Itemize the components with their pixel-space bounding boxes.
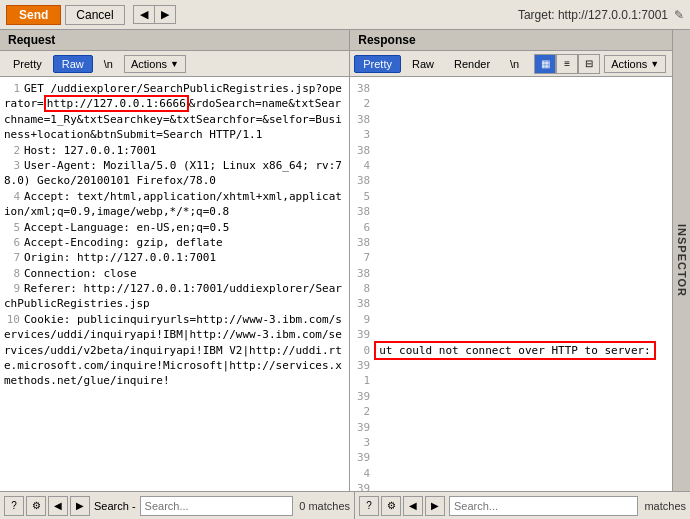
request-line: 4Accept: text/html,application/xhtml+xml… bbox=[4, 189, 345, 220]
inspector-sidebar[interactable]: INSPECTOR bbox=[672, 30, 690, 491]
view-raw-button[interactable]: ⊟ bbox=[578, 54, 600, 74]
request-line: 1GET /uddiexplorer/SearchPublicRegistrie… bbox=[4, 81, 345, 143]
response-panel: Response Pretty Raw Render \n ▦ ≡ ⊟ Acti… bbox=[350, 30, 672, 491]
request-line: 7Origin: http://127.0.0.1:7001 bbox=[4, 250, 345, 265]
help-icon-right[interactable]: ? bbox=[359, 496, 379, 516]
line-number: 392 bbox=[354, 389, 370, 420]
actions-label-response: Actions bbox=[611, 58, 647, 70]
line-number: 8 bbox=[4, 266, 20, 281]
line-number: 385 bbox=[354, 173, 370, 204]
response-title: Response bbox=[350, 30, 672, 51]
search-input-left[interactable] bbox=[140, 496, 294, 516]
actions-label-request: Actions bbox=[131, 58, 167, 70]
forward-icon-left[interactable]: ▶ bbox=[70, 496, 90, 516]
response-line: 392 bbox=[354, 389, 668, 420]
request-line: 6Accept-Encoding: gzip, deflate bbox=[4, 235, 345, 250]
search-label: Search - bbox=[94, 500, 136, 512]
line-number: 1 bbox=[4, 81, 20, 96]
bottom-right-bar: ? ⚙ ◀ ▶ matches bbox=[355, 492, 690, 519]
tab-render-response[interactable]: Render bbox=[445, 55, 499, 73]
line-number: 5 bbox=[4, 220, 20, 235]
response-actions-button[interactable]: Actions ▼ bbox=[604, 55, 666, 73]
target-label: Target: http://127.0.0.1:7001 bbox=[518, 8, 668, 22]
response-line: 385 bbox=[354, 173, 668, 204]
line-number: 391 bbox=[354, 358, 370, 389]
line-number: 386 bbox=[354, 204, 370, 235]
response-line: 386 bbox=[354, 204, 668, 235]
response-content[interactable]: 382383384385386387388389390ut could not … bbox=[350, 77, 672, 491]
request-content[interactable]: 1GET /uddiexplorer/SearchPublicRegistrie… bbox=[0, 77, 349, 491]
help-icon-left[interactable]: ? bbox=[4, 496, 24, 516]
match-count-left: 0 matches bbox=[299, 500, 350, 512]
line-number: 394 bbox=[354, 450, 370, 481]
line-number: 388 bbox=[354, 266, 370, 297]
request-panel: Request Pretty Raw \n Actions ▼ 1GET /ud… bbox=[0, 30, 350, 491]
cancel-button[interactable]: Cancel bbox=[65, 5, 124, 25]
response-line: 382 bbox=[354, 81, 668, 112]
line-number: 390 bbox=[354, 327, 370, 358]
line-number: 389 bbox=[354, 296, 370, 327]
line-number: 393 bbox=[354, 420, 370, 451]
view-lines-button[interactable]: ≡ bbox=[556, 54, 578, 74]
line-number: 7 bbox=[4, 250, 20, 265]
request-line: 8Connection: close bbox=[4, 266, 345, 281]
line-number: 3 bbox=[4, 158, 20, 173]
request-line: 5Accept-Language: en-US,en;q=0.5 bbox=[4, 220, 345, 235]
line-number: 9 bbox=[4, 281, 20, 296]
tab-pretty-request[interactable]: Pretty bbox=[4, 55, 51, 73]
response-line: 394 bbox=[354, 450, 668, 481]
line-number: 387 bbox=[354, 235, 370, 266]
response-line: 389 bbox=[354, 296, 668, 327]
response-line: 393 bbox=[354, 420, 668, 451]
nav-back-button[interactable]: ◀ bbox=[134, 6, 155, 23]
request-tab-bar: Pretty Raw \n Actions ▼ bbox=[0, 51, 349, 77]
response-line: 387 bbox=[354, 235, 668, 266]
line-number: 382 bbox=[354, 81, 370, 112]
response-line: 384 bbox=[354, 143, 668, 174]
response-line: 391 bbox=[354, 358, 668, 389]
tab-raw-response[interactable]: Raw bbox=[403, 55, 443, 73]
bottom-right-icons: ? ⚙ ◀ ▶ bbox=[359, 496, 445, 516]
bottom-left-icons: ? ⚙ ◀ ▶ bbox=[4, 496, 90, 516]
tab-ln-request[interactable]: \n bbox=[95, 55, 122, 73]
actions-arrow-response: ▼ bbox=[650, 59, 659, 69]
response-line: 388 bbox=[354, 266, 668, 297]
request-actions-button[interactable]: Actions ▼ bbox=[124, 55, 186, 73]
nav-group: ◀ ▶ bbox=[133, 5, 176, 24]
edit-icon[interactable]: ✎ bbox=[674, 8, 684, 22]
response-line: 390ut could not connect over HTTP to ser… bbox=[354, 327, 668, 358]
settings-icon-right[interactable]: ⚙ bbox=[381, 496, 401, 516]
request-line: 3User-Agent: Mozilla/5.0 (X11; Linux x86… bbox=[4, 158, 345, 189]
top-toolbar: Send Cancel ◀ ▶ Target: http://127.0.0.1… bbox=[0, 0, 690, 30]
tab-ln-response[interactable]: \n bbox=[501, 55, 528, 73]
line-number: 395 bbox=[354, 481, 370, 491]
tab-raw-request[interactable]: Raw bbox=[53, 55, 93, 73]
match-count-right: matches bbox=[644, 500, 686, 512]
search-input-right[interactable] bbox=[449, 496, 638, 516]
view-grid-button[interactable]: ▦ bbox=[534, 54, 556, 74]
response-line: 395 bbox=[354, 481, 668, 491]
send-button[interactable]: Send bbox=[6, 5, 61, 25]
bottom-bars: ? ⚙ ◀ ▶ Search - 0 matches ? ⚙ ◀ ▶ match… bbox=[0, 491, 690, 519]
line-number: 6 bbox=[4, 235, 20, 250]
settings-icon-left[interactable]: ⚙ bbox=[26, 496, 46, 516]
view-toggle: ▦ ≡ ⊟ bbox=[534, 54, 600, 74]
line-number: 10 bbox=[4, 312, 20, 327]
line-number: 384 bbox=[354, 143, 370, 174]
forward-icon-right[interactable]: ▶ bbox=[425, 496, 445, 516]
line-number: 4 bbox=[4, 189, 20, 204]
actions-arrow-request: ▼ bbox=[170, 59, 179, 69]
nav-forward-button[interactable]: ▶ bbox=[155, 6, 175, 23]
bottom-left-bar: ? ⚙ ◀ ▶ Search - 0 matches bbox=[0, 492, 355, 519]
back-icon-right[interactable]: ◀ bbox=[403, 496, 423, 516]
main-content: Request Pretty Raw \n Actions ▼ 1GET /ud… bbox=[0, 30, 690, 491]
tab-pretty-response[interactable]: Pretty bbox=[354, 55, 401, 73]
line-number: 383 bbox=[354, 112, 370, 143]
back-icon-left[interactable]: ◀ bbox=[48, 496, 68, 516]
request-line: 10Cookie: publicinquiryurls=http://www-3… bbox=[4, 312, 345, 389]
response-tab-bar: Pretty Raw Render \n ▦ ≡ ⊟ Actions ▼ bbox=[350, 51, 672, 77]
request-line: 9Referer: http://127.0.0.1:7001/uddiexpl… bbox=[4, 281, 345, 312]
response-line: 383 bbox=[354, 112, 668, 143]
request-line: 2Host: 127.0.0.1:7001 bbox=[4, 143, 345, 158]
line-number: 2 bbox=[4, 143, 20, 158]
